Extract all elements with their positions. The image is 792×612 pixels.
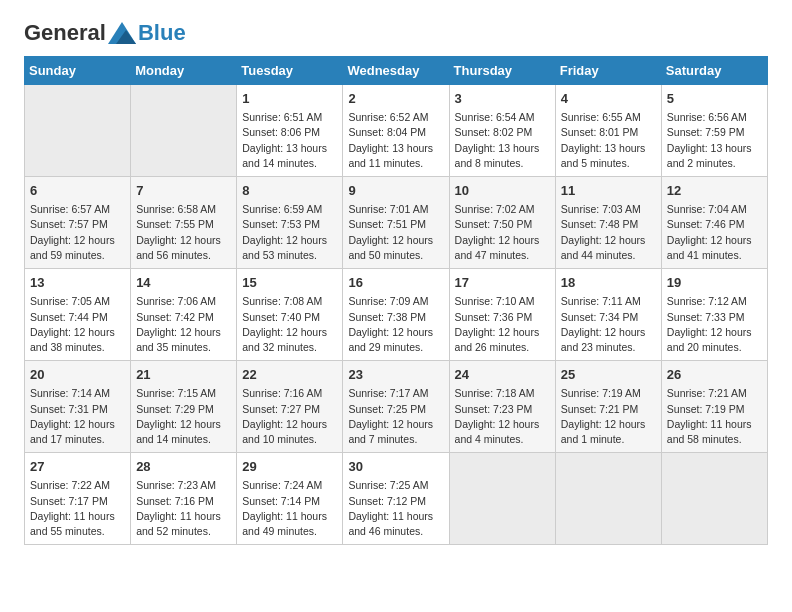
calendar-day: 7Sunrise: 6:58 AMSunset: 7:55 PMDaylight… <box>131 177 237 269</box>
day-info: Sunrise: 7:09 AMSunset: 7:38 PMDaylight:… <box>348 294 443 355</box>
day-info: Sunrise: 7:12 AMSunset: 7:33 PMDaylight:… <box>667 294 762 355</box>
weekday-header: Sunday <box>25 57 131 85</box>
day-number: 12 <box>667 182 762 200</box>
calendar-day: 5Sunrise: 6:56 AMSunset: 7:59 PMDaylight… <box>661 85 767 177</box>
day-number: 20 <box>30 366 125 384</box>
calendar-day: 30Sunrise: 7:25 AMSunset: 7:12 PMDayligh… <box>343 453 449 545</box>
day-info: Sunrise: 7:05 AMSunset: 7:44 PMDaylight:… <box>30 294 125 355</box>
calendar-day: 28Sunrise: 7:23 AMSunset: 7:16 PMDayligh… <box>131 453 237 545</box>
calendar-day: 22Sunrise: 7:16 AMSunset: 7:27 PMDayligh… <box>237 361 343 453</box>
calendar-day <box>25 85 131 177</box>
calendar-day: 19Sunrise: 7:12 AMSunset: 7:33 PMDayligh… <box>661 269 767 361</box>
day-number: 17 <box>455 274 550 292</box>
day-info: Sunrise: 7:16 AMSunset: 7:27 PMDaylight:… <box>242 386 337 447</box>
day-number: 6 <box>30 182 125 200</box>
day-number: 24 <box>455 366 550 384</box>
calendar-day: 23Sunrise: 7:17 AMSunset: 7:25 PMDayligh… <box>343 361 449 453</box>
day-info: Sunrise: 6:54 AMSunset: 8:02 PMDaylight:… <box>455 110 550 171</box>
weekday-header: Monday <box>131 57 237 85</box>
calendar-day: 21Sunrise: 7:15 AMSunset: 7:29 PMDayligh… <box>131 361 237 453</box>
day-number: 5 <box>667 90 762 108</box>
day-info: Sunrise: 7:14 AMSunset: 7:31 PMDaylight:… <box>30 386 125 447</box>
day-number: 1 <box>242 90 337 108</box>
day-info: Sunrise: 6:57 AMSunset: 7:57 PMDaylight:… <box>30 202 125 263</box>
calendar-day: 13Sunrise: 7:05 AMSunset: 7:44 PMDayligh… <box>25 269 131 361</box>
day-info: Sunrise: 7:06 AMSunset: 7:42 PMDaylight:… <box>136 294 231 355</box>
day-number: 14 <box>136 274 231 292</box>
day-number: 9 <box>348 182 443 200</box>
calendar-day: 20Sunrise: 7:14 AMSunset: 7:31 PMDayligh… <box>25 361 131 453</box>
day-number: 23 <box>348 366 443 384</box>
day-info: Sunrise: 7:21 AMSunset: 7:19 PMDaylight:… <box>667 386 762 447</box>
calendar-day: 10Sunrise: 7:02 AMSunset: 7:50 PMDayligh… <box>449 177 555 269</box>
calendar-day <box>661 453 767 545</box>
calendar-day: 14Sunrise: 7:06 AMSunset: 7:42 PMDayligh… <box>131 269 237 361</box>
calendar-day: 4Sunrise: 6:55 AMSunset: 8:01 PMDaylight… <box>555 85 661 177</box>
logo: General Blue <box>24 20 186 46</box>
day-info: Sunrise: 6:58 AMSunset: 7:55 PMDaylight:… <box>136 202 231 263</box>
day-info: Sunrise: 7:02 AMSunset: 7:50 PMDaylight:… <box>455 202 550 263</box>
day-number: 21 <box>136 366 231 384</box>
day-number: 15 <box>242 274 337 292</box>
day-number: 3 <box>455 90 550 108</box>
calendar-day <box>449 453 555 545</box>
day-info: Sunrise: 7:11 AMSunset: 7:34 PMDaylight:… <box>561 294 656 355</box>
day-number: 28 <box>136 458 231 476</box>
day-number: 16 <box>348 274 443 292</box>
day-info: Sunrise: 6:51 AMSunset: 8:06 PMDaylight:… <box>242 110 337 171</box>
day-info: Sunrise: 7:04 AMSunset: 7:46 PMDaylight:… <box>667 202 762 263</box>
calendar-day <box>555 453 661 545</box>
calendar-day: 15Sunrise: 7:08 AMSunset: 7:40 PMDayligh… <box>237 269 343 361</box>
calendar-day: 2Sunrise: 6:52 AMSunset: 8:04 PMDaylight… <box>343 85 449 177</box>
calendar-week-row: 6Sunrise: 6:57 AMSunset: 7:57 PMDaylight… <box>25 177 768 269</box>
calendar-week-row: 20Sunrise: 7:14 AMSunset: 7:31 PMDayligh… <box>25 361 768 453</box>
day-number: 19 <box>667 274 762 292</box>
page-header: General Blue <box>24 20 768 46</box>
day-number: 30 <box>348 458 443 476</box>
day-info: Sunrise: 6:56 AMSunset: 7:59 PMDaylight:… <box>667 110 762 171</box>
day-info: Sunrise: 7:23 AMSunset: 7:16 PMDaylight:… <box>136 478 231 539</box>
logo-blue-text: Blue <box>138 20 186 46</box>
day-number: 27 <box>30 458 125 476</box>
calendar-day: 26Sunrise: 7:21 AMSunset: 7:19 PMDayligh… <box>661 361 767 453</box>
day-info: Sunrise: 7:19 AMSunset: 7:21 PMDaylight:… <box>561 386 656 447</box>
day-info: Sunrise: 7:22 AMSunset: 7:17 PMDaylight:… <box>30 478 125 539</box>
logo-icon <box>108 22 136 44</box>
day-number: 7 <box>136 182 231 200</box>
calendar-day: 9Sunrise: 7:01 AMSunset: 7:51 PMDaylight… <box>343 177 449 269</box>
calendar-day: 18Sunrise: 7:11 AMSunset: 7:34 PMDayligh… <box>555 269 661 361</box>
day-info: Sunrise: 7:08 AMSunset: 7:40 PMDaylight:… <box>242 294 337 355</box>
calendar-day: 11Sunrise: 7:03 AMSunset: 7:48 PMDayligh… <box>555 177 661 269</box>
weekday-header: Saturday <box>661 57 767 85</box>
day-info: Sunrise: 7:03 AMSunset: 7:48 PMDaylight:… <box>561 202 656 263</box>
calendar-table: SundayMondayTuesdayWednesdayThursdayFrid… <box>24 56 768 545</box>
weekday-header: Tuesday <box>237 57 343 85</box>
weekday-header: Wednesday <box>343 57 449 85</box>
day-info: Sunrise: 6:52 AMSunset: 8:04 PMDaylight:… <box>348 110 443 171</box>
calendar-day: 12Sunrise: 7:04 AMSunset: 7:46 PMDayligh… <box>661 177 767 269</box>
day-number: 26 <box>667 366 762 384</box>
day-info: Sunrise: 7:15 AMSunset: 7:29 PMDaylight:… <box>136 386 231 447</box>
day-number: 18 <box>561 274 656 292</box>
day-number: 29 <box>242 458 337 476</box>
day-number: 11 <box>561 182 656 200</box>
calendar-day: 6Sunrise: 6:57 AMSunset: 7:57 PMDaylight… <box>25 177 131 269</box>
day-info: Sunrise: 7:18 AMSunset: 7:23 PMDaylight:… <box>455 386 550 447</box>
calendar-day: 17Sunrise: 7:10 AMSunset: 7:36 PMDayligh… <box>449 269 555 361</box>
day-info: Sunrise: 7:24 AMSunset: 7:14 PMDaylight:… <box>242 478 337 539</box>
day-number: 8 <box>242 182 337 200</box>
calendar-week-row: 27Sunrise: 7:22 AMSunset: 7:17 PMDayligh… <box>25 453 768 545</box>
day-info: Sunrise: 6:59 AMSunset: 7:53 PMDaylight:… <box>242 202 337 263</box>
day-number: 10 <box>455 182 550 200</box>
day-number: 2 <box>348 90 443 108</box>
calendar-day: 27Sunrise: 7:22 AMSunset: 7:17 PMDayligh… <box>25 453 131 545</box>
calendar-day: 8Sunrise: 6:59 AMSunset: 7:53 PMDaylight… <box>237 177 343 269</box>
calendar-week-row: 13Sunrise: 7:05 AMSunset: 7:44 PMDayligh… <box>25 269 768 361</box>
calendar-body: 1Sunrise: 6:51 AMSunset: 8:06 PMDaylight… <box>25 85 768 545</box>
day-number: 4 <box>561 90 656 108</box>
day-number: 25 <box>561 366 656 384</box>
weekday-header: Friday <box>555 57 661 85</box>
day-info: Sunrise: 7:10 AMSunset: 7:36 PMDaylight:… <box>455 294 550 355</box>
logo-general-text: General <box>24 20 106 46</box>
day-info: Sunrise: 7:25 AMSunset: 7:12 PMDaylight:… <box>348 478 443 539</box>
